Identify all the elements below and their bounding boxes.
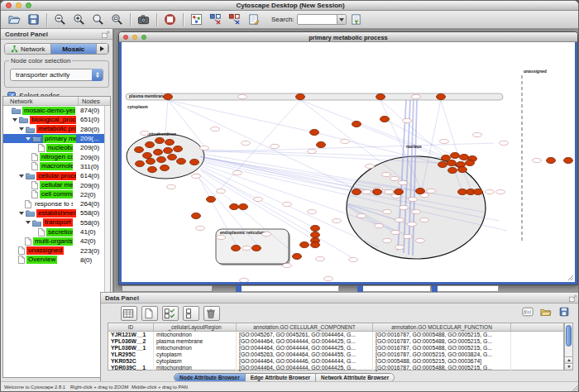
- zoom-fit-button[interactable]: [109, 12, 125, 27]
- network-node[interactable]: [164, 93, 173, 99]
- table-column-header[interactable]: ID: [108, 323, 154, 331]
- network-node[interactable]: [232, 245, 241, 251]
- network-node[interactable]: [448, 167, 457, 173]
- background-window-fragment[interactable]: [122, 285, 213, 292]
- node-color-select[interactable]: transporter activity: [10, 69, 103, 81]
- scroll-down-button[interactable]: [565, 363, 572, 370]
- disclosure-triangle-icon[interactable]: [26, 221, 31, 224]
- tree-row-transport[interactable]: transport558(0): [3, 218, 104, 227]
- background-window-edge[interactable]: [357, 285, 363, 292]
- network-node[interactable]: [447, 160, 457, 165]
- background-window-fragment[interactable]: [438, 285, 499, 292]
- network-node[interactable]: [352, 121, 361, 127]
- disclosure-triangle-icon[interactable]: [19, 127, 24, 131]
- network-node[interactable]: [168, 154, 177, 160]
- open-file-button[interactable]: [7, 12, 22, 27]
- network-canvas[interactable]: plasma membranecytoplasmmitochondrionnuc…: [122, 42, 577, 282]
- table-scrollbar-thumb[interactable]: [566, 325, 572, 347]
- network-node[interactable]: [460, 154, 469, 160]
- disclosure-triangle-icon[interactable]: [12, 118, 17, 122]
- disclosure-triangle-icon[interactable]: [19, 174, 24, 178]
- network-node[interactable]: [157, 156, 166, 162]
- tab-edge-attribute-browser[interactable]: Edge Attribute Browser: [246, 374, 316, 381]
- network-node[interactable]: [451, 152, 460, 158]
- network-node[interactable]: [376, 93, 385, 99]
- network-node[interactable]: [547, 157, 556, 163]
- network-node[interactable]: [466, 160, 475, 165]
- network-node[interactable]: [165, 139, 175, 145]
- tree-row-cellular-process[interactable]: cellular process614(0): [3, 171, 104, 180]
- network-view-titlebar[interactable]: primary metabolic process: [119, 32, 577, 42]
- background-window-fragment[interactable]: [242, 285, 339, 292]
- new-attribute-button[interactable]: [141, 306, 158, 321]
- table-row[interactable]: YDR039C__1mitochondrion[GO:0044464, GO:0…: [108, 365, 563, 371]
- tree-row-nucleobase-[interactable]: nucleobase-209(0): [3, 143, 104, 152]
- help-button[interactable]: [162, 12, 178, 27]
- network-node[interactable]: [192, 213, 201, 218]
- search-config-button[interactable]: [348, 12, 364, 27]
- formula-button[interactable]: f(x): [522, 305, 537, 318]
- disclosure-triangle-icon[interactable]: [26, 137, 31, 141]
- tree-row-mosaic-demo-yeast[interactable]: mosaic-demo-yeast874(0): [3, 106, 104, 115]
- network-node[interactable]: [146, 141, 155, 147]
- tab-overflow-button[interactable]: [97, 44, 108, 54]
- tree-row-cell-communicat[interactable]: cell communicat22(0): [3, 190, 104, 199]
- table-row[interactable]: YPL036W__1mitochondrion[GO:0044464, GO:0…: [108, 345, 563, 351]
- network-node[interactable]: [177, 158, 186, 164]
- tree-row-multi-organism-pro[interactable]: multi-organism pro42(0): [3, 237, 104, 246]
- tree-row-cellular-metabo[interactable]: cellular metabo209(0): [3, 180, 104, 189]
- tree-row-primary-metabo[interactable]: primary metabo209(...: [3, 134, 104, 143]
- import-table-button[interactable]: [540, 305, 555, 318]
- network-node[interactable]: [252, 245, 261, 251]
- network-node[interactable]: [352, 189, 361, 194]
- background-window-fragment[interactable]: [363, 285, 431, 292]
- attribute-table-button[interactable]: [121, 306, 137, 321]
- network-node[interactable]: [416, 188, 425, 194]
- unselect-attributes-button[interactable]: [183, 306, 199, 321]
- table-scrollbar[interactable]: [564, 323, 573, 370]
- tab-mosaic[interactable]: Mosaic: [51, 44, 98, 54]
- network-node[interactable]: [474, 189, 483, 194]
- search-input[interactable]: [297, 14, 347, 25]
- table-column-header[interactable]: annotation.GO MOLECULAR_FUNCTION: [373, 323, 511, 331]
- search-dropdown-button[interactable]: [337, 15, 346, 24]
- network-node[interactable]: [373, 189, 382, 194]
- save-button[interactable]: [26, 12, 41, 27]
- network-node[interactable]: [317, 141, 326, 147]
- table-column-header[interactable]: _cellularLayoutRegion: [154, 323, 237, 331]
- export-table-button[interactable]: [558, 305, 573, 318]
- network-node[interactable]: [442, 155, 451, 160]
- resize-grip-icon[interactable]: [567, 275, 574, 281]
- scroll-up-button[interactable]: [565, 356, 572, 363]
- tree-row-nitrogen-compo[interactable]: nitrogen compo209(0): [3, 152, 104, 161]
- background-window-edge[interactable]: [236, 285, 242, 292]
- network-node[interactable]: [143, 152, 152, 158]
- background-window-edge[interactable]: [432, 285, 438, 292]
- tree-row-overview[interactable]: Overview8(0): [3, 256, 104, 265]
- network-node[interactable]: [164, 147, 173, 153]
- table-row[interactable]: YKR052Ccytoplasm[GO:0044464, GO:0044446,…: [108, 358, 563, 365]
- network-node[interactable]: [174, 146, 183, 151]
- network-node[interactable]: [300, 241, 309, 247]
- network-node[interactable]: [293, 253, 302, 259]
- network-overview-button[interactable]: [189, 12, 204, 27]
- snapshot-button[interactable]: [136, 12, 151, 27]
- network-node[interactable]: [311, 232, 320, 237]
- tree-row-secretion[interactable]: secretion41(0): [3, 227, 104, 237]
- tab-node-attribute-browser[interactable]: Node Attribute Browser: [175, 374, 246, 381]
- float-panel-button[interactable]: [102, 31, 110, 38]
- network-node[interactable]: [395, 189, 404, 194]
- network-node[interactable]: [154, 149, 163, 155]
- layout-blue-button[interactable]: [208, 12, 223, 27]
- network-node[interactable]: [156, 137, 165, 143]
- network-node[interactable]: [380, 116, 390, 122]
- network-node[interactable]: [458, 189, 467, 194]
- zoom-in-button[interactable]: [71, 12, 87, 27]
- network-node[interactable]: [564, 157, 573, 163]
- table-row[interactable]: YLR295Ccytoplasm[GO:0045263, GO:0044464,…: [108, 351, 563, 358]
- tree-row-unassigned[interactable]: unassigned223(0): [3, 246, 104, 255]
- tree-row-response-to-stimulu[interactable]: response to stimulu264(0): [3, 199, 104, 208]
- network-node[interactable]: [437, 93, 446, 99]
- network-node[interactable]: [207, 196, 216, 202]
- network-node[interactable]: [311, 225, 320, 231]
